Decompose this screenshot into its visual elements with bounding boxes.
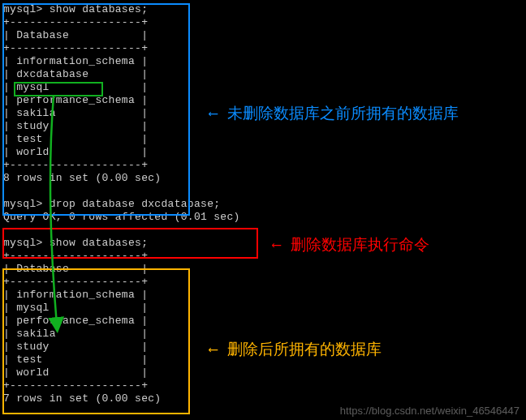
blank-line: [3, 185, 523, 198]
cmd-show-before: mysql> show databases;: [3, 3, 523, 16]
db-row: | performance_schema |: [3, 315, 523, 328]
cmd-show-after: mysql> show databases;: [3, 237, 523, 250]
db-row: | mysql |: [3, 81, 523, 94]
summary-after: 7 rows in set (0.00 sec): [3, 392, 523, 405]
divider: +--------------------+: [3, 276, 523, 289]
mysql-terminal: mysql> show databases; +----------------…: [3, 3, 523, 405]
db-row: | test |: [3, 354, 523, 366]
db-row: | world |: [3, 146, 523, 159]
db-row: | sakila |: [3, 107, 523, 120]
db-row: | performance_schema |: [3, 94, 523, 107]
db-row: | information_schema |: [3, 289, 523, 302]
divider: +--------------------+: [3, 379, 523, 392]
cmd-drop: mysql> drop database dxcdatabase;: [3, 198, 523, 211]
table-header-row: | Database |: [3, 29, 523, 42]
db-row: | study |: [3, 341, 523, 354]
blank-line: [3, 224, 523, 237]
divider: +--------------------+: [3, 250, 523, 263]
divider: +--------------------+: [3, 16, 523, 29]
db-row: | mysql |: [3, 302, 523, 315]
db-row: | study |: [3, 120, 523, 133]
db-row: | information_schema |: [3, 55, 523, 68]
db-row: | world |: [3, 366, 523, 379]
drop-result: Query OK, 0 rows affected (0.01 sec): [3, 211, 523, 224]
db-row: | test |: [3, 133, 523, 146]
table-header-row: | Database |: [3, 263, 523, 276]
divider: +--------------------+: [3, 42, 523, 55]
watermark-text: https://blog.csdn.net/weixin_46546447: [340, 405, 520, 417]
summary-before: 8 rows in set (0.00 sec): [3, 172, 523, 185]
divider: +--------------------+: [3, 159, 523, 172]
db-row-highlighted: | dxcdatabase |: [3, 68, 523, 81]
db-row: | sakila |: [3, 328, 523, 341]
